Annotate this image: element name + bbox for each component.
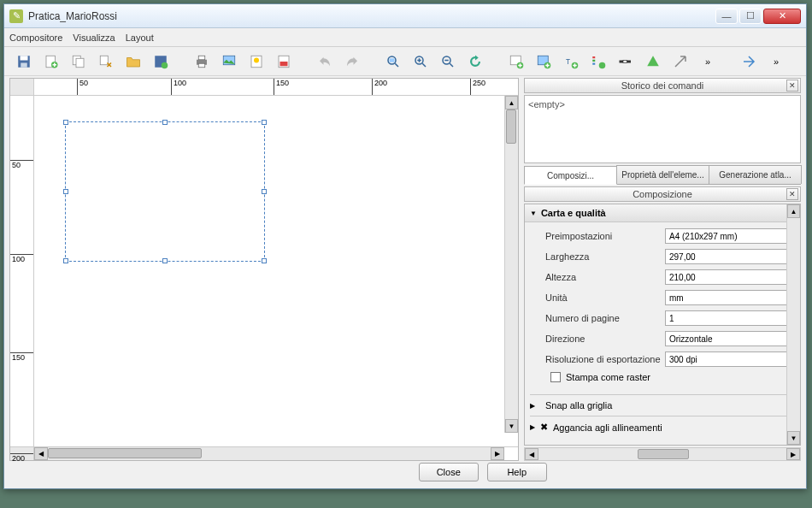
close-panel-icon[interactable]: ✕ xyxy=(786,80,798,92)
maximize-button[interactable]: ☐ xyxy=(739,9,762,24)
section-snap-grid[interactable]: ▶ Snap alla griglia xyxy=(525,398,800,413)
composition-panel: ▼ Carta e qualità PreimpostazioniA4 (210… xyxy=(524,204,801,446)
scroll-corner xyxy=(504,447,518,460)
close-button[interactable]: Close xyxy=(419,463,479,481)
help-button[interactable]: Help xyxy=(487,463,547,481)
minimize-button[interactable]: — xyxy=(715,9,738,24)
resize-handle[interactable] xyxy=(63,120,68,125)
svg-point-31 xyxy=(599,62,606,68)
new-composer-icon[interactable] xyxy=(40,50,62,73)
move-content-icon[interactable] xyxy=(738,50,760,73)
scroll-thumb[interactable] xyxy=(48,448,202,458)
scroll-up-icon[interactable]: ▲ xyxy=(787,204,800,218)
direction-select[interactable]: Orizzontale xyxy=(665,331,793,346)
duplicate-composer-icon[interactable] xyxy=(68,50,90,73)
history-panel[interactable]: <empty> xyxy=(524,95,801,163)
close-panel-icon[interactable]: ✕ xyxy=(786,188,798,200)
svg-rect-33 xyxy=(623,60,627,62)
save-template-icon[interactable] xyxy=(150,50,172,73)
tab-atlas[interactable]: Generazione atla... xyxy=(709,165,802,184)
zoom-full-icon[interactable] xyxy=(382,50,404,73)
resize-handle[interactable] xyxy=(63,189,68,194)
add-label-icon[interactable]: T xyxy=(560,50,582,73)
resolution-input[interactable]: 300 dpi xyxy=(665,351,793,367)
svg-rect-7 xyxy=(100,56,108,65)
canvas-hscroll[interactable]: ◀ ▶ xyxy=(34,447,504,460)
scroll-right-icon[interactable]: ▶ xyxy=(491,447,504,460)
height-label: Altezza xyxy=(545,272,665,282)
ruler-tick: 250 xyxy=(470,79,485,95)
units-select[interactable]: mm xyxy=(665,290,793,305)
pages-input[interactable]: 1 xyxy=(665,310,793,326)
open-folder-icon[interactable] xyxy=(122,50,144,73)
zoom-out-icon[interactable] xyxy=(437,50,459,73)
scroll-right-icon[interactable]: ▶ xyxy=(786,448,800,460)
tab-composition[interactable]: Composizi... xyxy=(524,166,617,185)
export-image-icon[interactable] xyxy=(218,50,240,73)
svg-rect-12 xyxy=(198,63,205,68)
scroll-left-icon[interactable]: ◀ xyxy=(34,447,48,460)
svg-rect-17 xyxy=(280,62,288,66)
svg-rect-32 xyxy=(620,60,624,62)
undo-icon[interactable] xyxy=(314,50,336,73)
ruler-tick: 50 xyxy=(10,160,33,169)
canvas-vscroll[interactable]: ▲ ▼ xyxy=(504,96,518,433)
export-pdf-icon[interactable] xyxy=(273,50,295,73)
composition-panel-title: Composizione ✕ xyxy=(524,186,801,202)
selected-item-frame[interactable] xyxy=(65,121,265,262)
add-arrow-icon[interactable] xyxy=(669,50,691,73)
snap-grid-label: Snap alla griglia xyxy=(545,400,612,411)
raster-checkbox[interactable] xyxy=(550,372,561,382)
scroll-down-icon[interactable]: ▼ xyxy=(787,431,800,445)
scroll-up-icon[interactable]: ▲ xyxy=(505,96,518,109)
section-snap-align[interactable]: ▶ ✖ Aggancia agli allineamenti xyxy=(525,419,800,435)
toolbar-overflow-2[interactable]: » xyxy=(765,50,787,73)
scroll-left-icon[interactable]: ◀ xyxy=(525,448,538,460)
svg-rect-11 xyxy=(198,56,205,60)
props-hscroll[interactable]: ◀ ▶ xyxy=(524,447,801,461)
menu-layout[interactable]: Layout xyxy=(126,32,154,43)
prop-tabs: Composizi... Proprietà dell'eleme... Gen… xyxy=(524,165,801,185)
section-paper-quality[interactable]: ▼ Carta e qualità xyxy=(525,204,800,222)
composer-manager-icon[interactable] xyxy=(95,50,117,73)
add-scalebar-icon[interactable] xyxy=(615,50,637,73)
tab-item-properties[interactable]: Proprietà dell'eleme... xyxy=(616,165,709,184)
resize-handle[interactable] xyxy=(162,258,168,263)
zoom-in-icon[interactable] xyxy=(409,50,432,73)
resize-handle[interactable] xyxy=(63,258,68,263)
menu-visualizza[interactable]: Visualizza xyxy=(73,32,115,43)
add-map-icon[interactable] xyxy=(505,50,527,73)
export-svg-icon[interactable] xyxy=(245,50,268,73)
svg-rect-28 xyxy=(592,56,595,58)
resize-handle[interactable] xyxy=(162,120,168,125)
scroll-down-icon[interactable]: ▼ xyxy=(505,419,518,433)
scroll-thumb[interactable] xyxy=(638,449,689,459)
menu-compositore[interactable]: Compositore xyxy=(9,32,62,43)
app-icon: ✎ xyxy=(9,9,23,23)
titlebar: ✎ Pratica_MarioRossi — ☐ ✕ xyxy=(4,4,806,28)
redo-icon[interactable] xyxy=(341,50,363,73)
props-vscroll[interactable]: ▲ ▼ xyxy=(786,204,800,445)
status-buttons: Close Help xyxy=(9,463,801,483)
print-icon[interactable] xyxy=(191,50,213,73)
refresh-icon[interactable] xyxy=(464,50,486,73)
width-input[interactable]: 297,00 xyxy=(665,249,793,264)
paper-form: PreimpostazioniA4 (210x297 mm) Larghezza… xyxy=(525,222,800,392)
horizontal-ruler: 50 100 150 200 250 xyxy=(34,79,518,95)
canvas[interactable]: ▲ ▼ xyxy=(34,96,518,446)
close-window-button[interactable]: ✕ xyxy=(763,9,801,24)
add-image-icon[interactable] xyxy=(533,50,555,73)
preset-select[interactable]: A4 (210x297 mm) xyxy=(665,228,793,244)
scroll-thumb[interactable] xyxy=(506,109,516,144)
add-shape-icon[interactable] xyxy=(642,50,664,73)
resize-handle[interactable] xyxy=(262,120,267,125)
svg-rect-29 xyxy=(592,59,595,61)
resize-handle[interactable] xyxy=(262,258,267,263)
toolbar-overflow[interactable]: » xyxy=(697,50,719,73)
snap-align-checkbox[interactable]: ✖ xyxy=(540,422,548,433)
add-legend-icon[interactable] xyxy=(587,50,609,73)
height-input[interactable]: 210,00 xyxy=(665,269,793,285)
save-icon[interactable] xyxy=(13,50,35,73)
width-label: Larghezza xyxy=(545,251,665,262)
resize-handle[interactable] xyxy=(262,189,267,194)
